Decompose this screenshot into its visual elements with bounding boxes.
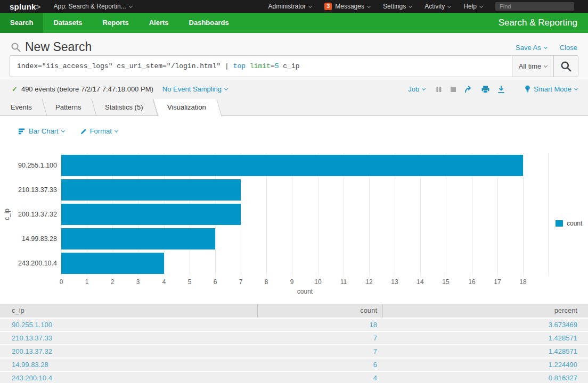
cell-count[interactable]: 4: [373, 372, 377, 383]
tab-label: Visualization: [156, 99, 219, 116]
lightbulb-icon: [525, 85, 530, 93]
job-menu[interactable]: Job: [408, 85, 425, 93]
tab-events[interactable]: Events: [0, 99, 45, 116]
appbar-item-datasets[interactable]: Datasets: [43, 13, 92, 33]
table-row[interactable]: 243.200.10.440.816327: [0, 372, 588, 383]
chart-x-tick-label: 13: [384, 278, 405, 286]
chart-category-label: 243.200.10.4: [0, 251, 57, 276]
help-menu-label: Help: [463, 3, 477, 10]
appbar-item-alerts[interactable]: Alerts: [139, 13, 179, 33]
table-row[interactable]: 200.13.37.3271.428571: [0, 345, 588, 357]
app-menu[interactable]: App: Search & Reportin...: [54, 3, 132, 10]
chevron-down-icon: [409, 4, 412, 7]
chart-x-tick-label: 10: [307, 278, 329, 286]
appbar-item-reports[interactable]: Reports: [93, 13, 139, 33]
user-menu[interactable]: Administrator: [268, 3, 312, 10]
activity-menu-label: Activity: [424, 3, 445, 10]
cell-count[interactable]: 6: [373, 359, 377, 371]
chart-x-tick-label: 1: [76, 278, 97, 286]
cell-percent[interactable]: 1.428571: [549, 332, 577, 344]
table-row[interactable]: 14.99.83.2861.224490: [0, 359, 588, 371]
cell-c-ip[interactable]: 200.13.37.32: [12, 345, 52, 357]
chart-x-tick-label: 8: [256, 278, 277, 286]
page-title: New Search: [25, 40, 92, 54]
export-button[interactable]: [497, 86, 505, 93]
close-button[interactable]: Close: [560, 44, 577, 52]
column-header-count[interactable]: count: [360, 304, 377, 318]
save-as-label: Save As: [516, 44, 541, 52]
column-header-c-ip[interactable]: c_ip: [12, 304, 24, 318]
cell-count[interactable]: 7: [373, 332, 377, 344]
chart-category-label: 200.13.37.32: [0, 202, 57, 227]
tab-patterns[interactable]: Patterns: [45, 99, 94, 116]
event-sampling-menu[interactable]: No Event Sampling: [162, 85, 227, 93]
print-button[interactable]: [481, 86, 489, 93]
table-row[interactable]: 90.255.1.100183.673469: [0, 319, 588, 331]
settings-menu[interactable]: Settings: [383, 3, 412, 10]
chart-x-tick-label: 18: [512, 278, 534, 286]
chevron-down-icon: [115, 129, 118, 132]
stop-button[interactable]: [450, 86, 456, 93]
cell-c-ip[interactable]: 210.13.37.33: [12, 332, 52, 344]
chart-x-axis: 0123456789101112131415161718: [0, 278, 588, 286]
print-icon: [481, 86, 489, 93]
tab-statistics[interactable]: Statistics (5): [94, 99, 156, 116]
chart-bar[interactable]: [61, 179, 241, 201]
appbar-item-search[interactable]: Search: [0, 13, 43, 33]
search-query-input[interactable]: index="iis_access_logs" cs_uri_stem="/lo…: [10, 56, 512, 77]
cell-c-ip[interactable]: 90.255.1.100: [12, 319, 52, 331]
chart-bar[interactable]: [61, 253, 164, 274]
format-button[interactable]: Format: [80, 127, 118, 135]
cell-count[interactable]: 18: [370, 319, 377, 331]
cell-c-ip[interactable]: 243.200.10.4: [12, 372, 52, 383]
chart-legend[interactable]: count: [556, 220, 582, 227]
help-menu[interactable]: Help: [463, 3, 483, 10]
chevron-down-icon: [61, 129, 65, 132]
chart-x-tick-label: 17: [487, 278, 508, 286]
cell-percent[interactable]: 0.816327: [549, 372, 577, 383]
search-mode-menu[interactable]: Smart Mode: [525, 85, 577, 93]
chart-x-tick-label: 6: [205, 278, 226, 286]
share-button[interactable]: [464, 86, 473, 93]
chart-bar[interactable]: [61, 228, 215, 249]
messages-menu-label: Messages: [335, 3, 364, 10]
search-submit-button[interactable]: [553, 56, 578, 77]
query-segment: |: [225, 62, 233, 70]
time-range-picker[interactable]: All time: [512, 56, 553, 77]
app-nav-bar: SearchDatasetsReportsAlertsDashboards Se…: [0, 13, 588, 33]
chevron-down-icon: [224, 87, 228, 90]
messages-menu[interactable]: 3Messages: [324, 3, 370, 10]
bar-chart: c_ip 90.255.1.100210.13.37.33200.13.37.3…: [0, 153, 588, 302]
events-count-text: 490 events (before 7/2/17 7:47:18.000 PM…: [21, 85, 153, 93]
query-segment: index="iis_access_logs" cs_uri_stem="/lo…: [17, 62, 225, 70]
search-icon: [11, 42, 21, 53]
stop-icon: [450, 86, 456, 93]
chevron-down-icon: [367, 4, 371, 7]
cell-count[interactable]: 7: [373, 345, 377, 357]
cell-percent[interactable]: 1.428571: [549, 345, 577, 357]
appbar-item-dashboards[interactable]: Dashboards: [179, 13, 239, 33]
tab-label: Events: [0, 99, 45, 116]
appbar-nav: SearchDatasetsReportsAlertsDashboards: [0, 13, 239, 33]
chart-x-tick-label: 7: [230, 278, 251, 286]
find-input[interactable]: [495, 2, 574, 11]
chart-bar[interactable]: [61, 155, 523, 176]
pause-button[interactable]: [436, 86, 442, 93]
chart-type-button[interactable]: Bar Chart: [19, 127, 64, 135]
chart-gridline: [548, 153, 549, 276]
splunk-logo[interactable]: splunk>: [10, 2, 41, 11]
column-header-percent[interactable]: percent: [554, 304, 577, 318]
job-menu-label: Job: [408, 85, 419, 93]
save-as-button[interactable]: Save As: [516, 44, 547, 52]
chevron-down-icon: [544, 64, 548, 68]
tab-visualization[interactable]: Visualization: [156, 99, 219, 116]
cell-percent[interactable]: 3.673469: [549, 319, 577, 331]
splunk-app-window: splunk> App: Search & Reportin... Admini…: [0, 0, 588, 383]
cell-percent[interactable]: 1.224490: [549, 359, 577, 371]
legend-swatch: [556, 220, 563, 227]
table-row[interactable]: 210.13.37.3371.428571: [0, 332, 588, 344]
chart-bar[interactable]: [61, 204, 241, 225]
activity-menu[interactable]: Activity: [424, 3, 451, 10]
cell-c-ip[interactable]: 14.99.83.28: [12, 359, 48, 371]
bar-chart-icon: [19, 128, 26, 135]
